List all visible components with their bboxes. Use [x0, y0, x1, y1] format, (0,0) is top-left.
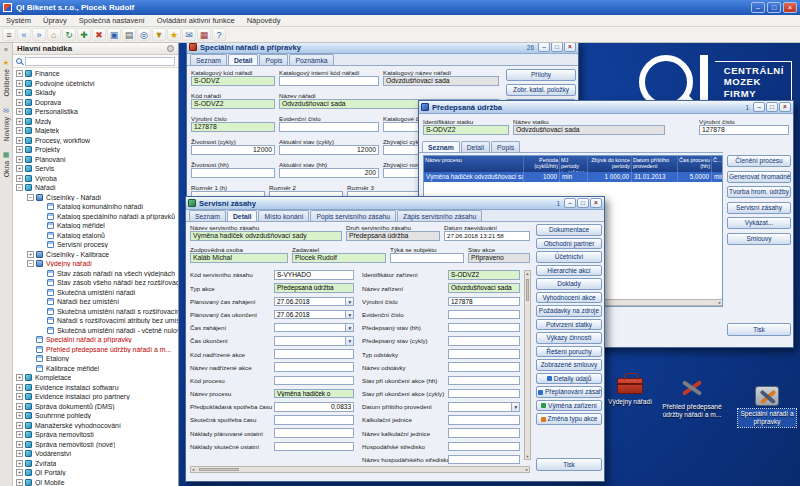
tab-oblibene[interactable]: ★ Oblíbené	[3, 59, 10, 97]
field-input[interactable]: 12000	[191, 145, 275, 155]
tree-expander-icon[interactable]	[16, 99, 23, 106]
tree-item[interactable]: Servisní procesy	[13, 240, 178, 250]
field-value[interactable]	[448, 310, 520, 320]
column-header[interactable]: Č...	[712, 156, 723, 172]
column-header[interactable]: Zbývá do konce periody	[588, 156, 632, 172]
tree-item[interactable]: Kompletace	[13, 373, 178, 383]
close-button[interactable]: ×	[783, 2, 797, 13]
tree-expander-icon[interactable]	[16, 146, 23, 153]
tree-expander-icon[interactable]	[16, 441, 23, 448]
tree-item[interactable]: Speciální nářadí a přípravky	[13, 335, 178, 345]
menu-item[interactable]: Ovládání aktivní funkce	[151, 16, 241, 25]
field-value[interactable]	[274, 442, 354, 452]
tree-expander-icon[interactable]	[16, 165, 23, 172]
field-input[interactable]: Kaláb Michal	[190, 253, 288, 263]
field-input[interactable]: 127878	[191, 122, 275, 132]
side-button[interactable]: Účetnictví	[536, 251, 602, 263]
tree-item[interactable]: Skutečná umístění nářadí - včetně nulov.…	[13, 326, 178, 336]
tree-expander-icon[interactable]	[27, 260, 34, 267]
tree-item[interactable]: Katalog měřidel	[13, 221, 178, 231]
field-value[interactable]	[448, 389, 520, 399]
menu-item[interactable]: Společná nastavení	[73, 16, 151, 25]
tree-expander-icon[interactable]	[16, 450, 23, 457]
tree-item[interactable]: Stav zásob nářadí na všech výdejnách	[13, 269, 178, 279]
tree-item[interactable]: Manažerské vyhodnocování	[13, 421, 178, 431]
tree-item[interactable]: Evidence instalací pro partnery	[13, 392, 178, 402]
field-value[interactable]	[448, 402, 520, 412]
close-button[interactable]: ×	[564, 42, 576, 52]
tree-expander-icon[interactable]	[16, 184, 23, 191]
main-titlebar[interactable]: QI Bikenet s.r.o., Plocek Rudolf – □ ×	[0, 0, 800, 15]
tree-expander-icon[interactable]	[27, 194, 34, 201]
tab-okna[interactable]: ▦ Okna	[3, 151, 10, 177]
tree-item[interactable]: QI Mobile	[13, 478, 178, 486]
field-value[interactable]: S-VYHADO	[274, 270, 354, 280]
field-input[interactable]: 12000	[279, 145, 379, 155]
tree-item[interactable]: Doprava	[13, 98, 178, 108]
field-input[interactable]: 127878	[699, 125, 789, 135]
tree-item[interactable]: Plánování	[13, 155, 178, 165]
tree-expander-icon[interactable]	[16, 412, 23, 419]
collapse-panel-icon[interactable]: «	[4, 46, 8, 53]
tab[interactable]: Seznam	[190, 54, 227, 65]
field-input[interactable]: 27.06.2018 13:21:58	[444, 231, 530, 241]
side-button[interactable]: Dokumentace	[536, 224, 602, 236]
dropdown-arrow-icon[interactable]	[345, 298, 353, 306]
fields-horizontal-scrollbar[interactable]	[190, 466, 530, 473]
tree-item[interactable]: Stav zásob všeho nářadí bez rozšiřovacíc…	[13, 278, 178, 288]
minimize-button[interactable]: –	[751, 2, 765, 13]
calendar-icon[interactable]: ▦	[197, 28, 211, 41]
tab[interactable]: Popis servisního zásahu	[310, 210, 396, 221]
maximize-button[interactable]: □	[577, 198, 589, 208]
side-button[interactable]: Výkazy činností	[536, 332, 602, 344]
tree-expander-icon[interactable]	[16, 89, 23, 96]
dropdown-arrow-icon[interactable]	[345, 337, 353, 345]
print-button[interactable]: Tisk	[727, 323, 791, 336]
side-button[interactable]: Doklady	[536, 278, 602, 290]
field-value[interactable]: Výměna hadiček o	[274, 389, 354, 399]
save-icon[interactable]: ▣	[107, 28, 121, 41]
desktop-icon-specialni-naradi[interactable]: Speciální nářadí a přípravky	[738, 386, 796, 427]
tree-item[interactable]: Servis	[13, 164, 178, 174]
tree-item[interactable]: Katalog komunálního nářadí	[13, 202, 178, 212]
field-input[interactable]: Odvzdušňovací sada	[383, 76, 499, 86]
tab[interactable]: Popis	[259, 54, 288, 65]
tree-expander-icon[interactable]	[16, 118, 23, 125]
side-button[interactable]: Tvorba hrom. údržby	[727, 186, 791, 198]
filter-icon[interactable]: ▼	[152, 28, 166, 41]
print-icon[interactable]: ▤	[122, 28, 136, 41]
tab[interactable]: Seznam	[422, 141, 460, 152]
tree-item[interactable]: Skutečná umístění nářadí s rozšiřovacím.…	[13, 307, 178, 317]
tree-item[interactable]: Nářadí s rozšiřovacími atributy bez umís…	[13, 316, 178, 326]
minimize-button[interactable]: –	[538, 42, 550, 52]
tree-expander-icon[interactable]	[16, 137, 23, 144]
print-button[interactable]: Tisk	[536, 458, 602, 471]
help-icon[interactable]: ?	[212, 28, 226, 41]
field-value[interactable]	[274, 336, 354, 346]
field-value[interactable]	[274, 376, 354, 386]
field-value[interactable]	[448, 336, 520, 346]
field-value[interactable]	[448, 362, 520, 372]
tree-expander-icon[interactable]	[16, 479, 23, 486]
side-button[interactable]: Zobr. katal. položky	[506, 84, 576, 96]
tree-item[interactable]: Katalog etalonů	[13, 231, 178, 241]
tab[interactable]: Seznam	[189, 210, 226, 221]
side-button[interactable]: Hierarchie akcí	[536, 265, 602, 277]
minimize-button[interactable]: –	[564, 198, 576, 208]
delete-record-icon[interactable]: ✖	[92, 28, 106, 41]
tree-expander-icon[interactable]	[16, 393, 23, 400]
side-button[interactable]: Přeplánování zásahu	[536, 386, 602, 398]
tree-item[interactable]: Mzdy	[13, 117, 178, 127]
side-button[interactable]: Změna typu akce	[536, 413, 602, 425]
side-button[interactable]: Zobrazené smlouvy	[536, 359, 602, 371]
tab[interactable]: Detail	[228, 54, 259, 65]
desktop-icon-prehled-udrzby[interactable]: Přehled předepsané údržby nářadí a m...	[660, 377, 724, 420]
field-value[interactable]	[448, 455, 520, 465]
column-header[interactable]: Název procesu	[424, 156, 524, 172]
favorites-icon[interactable]: ★	[167, 28, 181, 41]
side-button[interactable]: Výměna zařízení	[536, 400, 602, 412]
tree-expander-icon[interactable]	[27, 251, 34, 258]
column-header[interactable]: MJ periody (cyklů/hh)	[560, 156, 588, 172]
tree-item[interactable]: Kalibrace měřidel	[13, 364, 178, 374]
side-button[interactable]: Smlouvy	[727, 233, 791, 245]
